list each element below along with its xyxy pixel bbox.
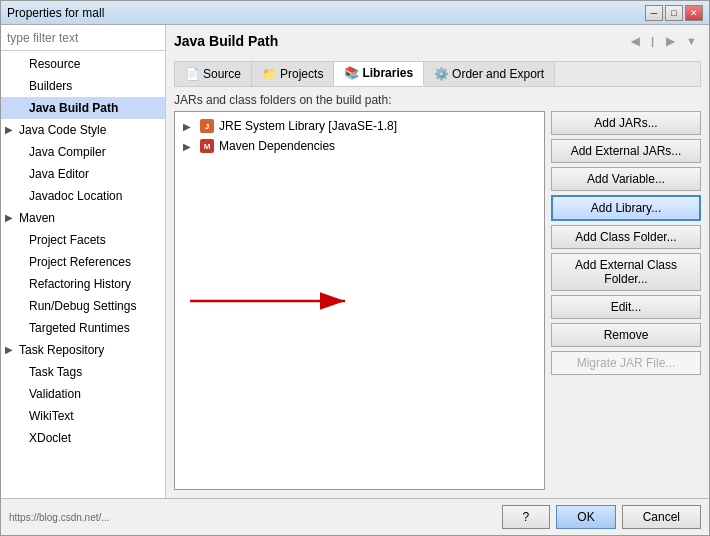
sidebar-item-javadoc-location[interactable]: Javadoc Location (1, 185, 165, 207)
main-content: ResourceBuildersJava Build Path▶Java Cod… (1, 25, 709, 498)
sidebar-item-refactoring-history[interactable]: Refactoring History (1, 273, 165, 295)
sidebar-item-label: Maven (19, 209, 55, 227)
build-path-body: ▶JJRE System Library [JavaSE-1.8]▶MMaven… (174, 111, 701, 490)
expand-arrow: ▶ (5, 121, 13, 139)
properties-window: Properties for mall ─ □ ✕ ResourceBuilde… (0, 0, 710, 536)
maximize-button[interactable]: □ (665, 5, 683, 21)
jre-icon-shape: J (200, 119, 214, 133)
build-path-area: JARs and class folders on the build path… (174, 93, 701, 490)
tree-item-1[interactable]: ▶MMaven Dependencies (179, 136, 540, 156)
add-variable-button[interactable]: Add Variable... (551, 167, 701, 191)
content-header: Java Build Path ◀ | ▶ ▼ (174, 33, 701, 53)
tree-panel: ▶JJRE System Library [JavaSE-1.8]▶MMaven… (174, 111, 545, 490)
sidebar-item-label: Java Editor (29, 165, 89, 183)
tab-order-and-export[interactable]: ⚙️Order and Export (424, 62, 555, 86)
add-library-button[interactable]: Add Library... (551, 195, 701, 221)
arrow-annotation (185, 281, 365, 324)
footer: https://blog.csdn.net/... ? OK Cancel (1, 498, 709, 535)
sidebar-item-java-editor[interactable]: Java Editor (1, 163, 165, 185)
sidebar-item-xdoclet[interactable]: XDoclet (1, 427, 165, 449)
sidebar-item-java-code-style[interactable]: ▶Java Code Style (1, 119, 165, 141)
tab-libraries[interactable]: 📚Libraries (334, 62, 424, 86)
sidebar-item-label: Refactoring History (29, 275, 131, 293)
maven-icon-shape: M (200, 139, 214, 153)
header-nav: ◀ | ▶ ▼ (627, 34, 701, 49)
order-icon: ⚙️ (434, 67, 448, 81)
ok-button[interactable]: OK (556, 505, 615, 529)
sidebar-item-label: Validation (29, 385, 81, 403)
close-button[interactable]: ✕ (685, 5, 703, 21)
sidebar-item-wikitext[interactable]: WikiText (1, 405, 165, 427)
content-area: Java Build Path ◀ | ▶ ▼ 📄Source📁Projects… (166, 25, 709, 498)
maven-icon: M (199, 138, 215, 154)
sidebar-item-label: WikiText (29, 407, 74, 425)
tabs-bar: 📄Source📁Projects📚Libraries⚙️Order and Ex… (174, 61, 701, 87)
sidebar-item-label: Java Build Path (29, 99, 118, 117)
nav-dropdown[interactable]: ▼ (682, 34, 701, 48)
sidebar-item-task-tags[interactable]: Task Tags (1, 361, 165, 383)
add-class-folder-button[interactable]: Add Class Folder... (551, 225, 701, 249)
cancel-button[interactable]: Cancel (622, 505, 701, 529)
help-button[interactable]: ? (502, 505, 551, 529)
libraries-icon: 📚 (344, 66, 358, 80)
nav-forward[interactable]: ▶ (662, 34, 678, 49)
nav-back[interactable]: ◀ (627, 34, 643, 49)
tree-item-label: JRE System Library [JavaSE-1.8] (219, 119, 397, 133)
sidebar-item-validation[interactable]: Validation (1, 383, 165, 405)
expand-arrow: ▶ (5, 341, 13, 359)
page-title: Java Build Path (174, 33, 278, 49)
tree-item-label: Maven Dependencies (219, 139, 335, 153)
build-path-label: JARs and class folders on the build path… (174, 93, 701, 107)
sidebar-item-label: Targeted Runtimes (29, 319, 130, 337)
sidebar-item-task-repository[interactable]: ▶Task Repository (1, 339, 165, 361)
sidebar-item-label: Javadoc Location (29, 187, 122, 205)
filter-input[interactable] (1, 25, 165, 51)
sidebar-item-label: XDoclet (29, 429, 71, 447)
sidebar-item-label: Resource (29, 55, 80, 73)
sidebar-item-label: Builders (29, 77, 72, 95)
footer-link: https://blog.csdn.net/... (9, 512, 110, 523)
sidebar-item-label: Java Compiler (29, 143, 106, 161)
migrate-jar-button: Migrate JAR File... (551, 351, 701, 375)
tab-label: Projects (280, 67, 323, 81)
source-icon: 📄 (185, 67, 199, 81)
remove-button[interactable]: Remove (551, 323, 701, 347)
sidebar-item-builders[interactable]: Builders (1, 75, 165, 97)
add-jars-button[interactable]: Add JARs... (551, 111, 701, 135)
sidebar-tree: ResourceBuildersJava Build Path▶Java Cod… (1, 51, 165, 498)
sidebar-item-java-build-path[interactable]: Java Build Path (1, 97, 165, 119)
sidebar-item-resource[interactable]: Resource (1, 53, 165, 75)
add-external-class-folder-button[interactable]: Add External Class Folder... (551, 253, 701, 291)
tree-item-0[interactable]: ▶JJRE System Library [JavaSE-1.8] (179, 116, 540, 136)
edit-button[interactable]: Edit... (551, 295, 701, 319)
sidebar-item-targeted-runtimes[interactable]: Targeted Runtimes (1, 317, 165, 339)
sidebar-item-label: Project References (29, 253, 131, 271)
sidebar-item-maven[interactable]: ▶Maven (1, 207, 165, 229)
sidebar-item-label: Java Code Style (19, 121, 106, 139)
window-title: Properties for mall (7, 6, 104, 20)
expand-arrow: ▶ (5, 209, 13, 227)
titlebar: Properties for mall ─ □ ✕ (1, 1, 709, 25)
projects-icon: 📁 (262, 67, 276, 81)
buttons-panel: Add JARs...Add External JARs...Add Varia… (551, 111, 701, 490)
sidebar-item-project-facets[interactable]: Project Facets (1, 229, 165, 251)
jre-icon: J (199, 118, 215, 134)
sidebar-item-project-references[interactable]: Project References (1, 251, 165, 273)
sidebar-item-java-compiler[interactable]: Java Compiler (1, 141, 165, 163)
add-external-jars-button[interactable]: Add External JARs... (551, 139, 701, 163)
tree-expand-icon: ▶ (183, 141, 195, 152)
tab-projects[interactable]: 📁Projects (252, 62, 334, 86)
sidebar: ResourceBuildersJava Build Path▶Java Cod… (1, 25, 166, 498)
sidebar-item-label: Project Facets (29, 231, 106, 249)
tab-label: Source (203, 67, 241, 81)
sidebar-item-label: Task Tags (29, 363, 82, 381)
window-controls: ─ □ ✕ (645, 5, 703, 21)
tree-expand-icon: ▶ (183, 121, 195, 132)
sidebar-item-label: Run/Debug Settings (29, 297, 136, 315)
minimize-button[interactable]: ─ (645, 5, 663, 21)
tab-label: Order and Export (452, 67, 544, 81)
tab-label: Libraries (362, 66, 413, 80)
sidebar-item-label: Task Repository (19, 341, 104, 359)
tab-source[interactable]: 📄Source (175, 62, 252, 86)
sidebar-item-run/debug-settings[interactable]: Run/Debug Settings (1, 295, 165, 317)
